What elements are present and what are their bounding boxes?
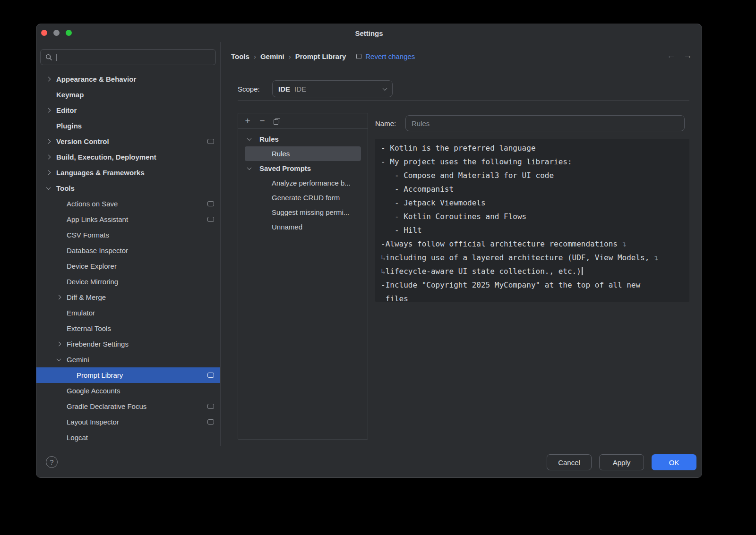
breadcrumb-prompt-library[interactable]: Prompt Library	[295, 52, 346, 60]
sidebar-item-tools[interactable]: Tools	[36, 180, 220, 196]
code-line: - Accompanist	[381, 182, 684, 196]
sidebar-item-logcat[interactable]: Logcat	[36, 430, 220, 445]
sidebar-item-gemini[interactable]: Gemini	[36, 352, 220, 367]
soft-wrap-icon: ↳	[381, 253, 386, 262]
sidebar-item-keymap[interactable]: Keymap	[36, 87, 220, 102]
chevron-right-icon[interactable]	[47, 171, 56, 174]
sidebar-item-label: Plugins	[56, 122, 82, 130]
screen-icon	[207, 419, 214, 425]
revert-changes-link[interactable]: Revert changes	[365, 52, 415, 60]
apply-button[interactable]: Apply	[599, 454, 644, 470]
code-line: ↳including use of a layered architecture…	[381, 251, 684, 264]
sidebar-item-app-links-assistant[interactable]: App Links Assistant	[36, 212, 220, 227]
sidebar-item-label: Editor	[56, 106, 77, 114]
sidebar-item-prompt-library[interactable]: Prompt Library	[36, 367, 220, 383]
sidebar-item-editor[interactable]: Editor	[36, 102, 220, 118]
remove-prompt-button[interactable]: −	[257, 116, 267, 126]
sidebar-item-csv-formats[interactable]: CSV Formats	[36, 227, 220, 243]
sidebar-item-label: Build, Execution, Deployment	[56, 153, 156, 161]
name-label: Name:	[375, 119, 405, 127]
sidebar-item-version-control[interactable]: Version Control	[36, 134, 220, 149]
back-arrow-button[interactable]: ←	[667, 51, 676, 61]
footer-buttons: Cancel Apply OK	[547, 454, 696, 470]
prompt-group-rules[interactable]: Rules	[238, 132, 368, 146]
sidebar-item-external-tools[interactable]: External Tools	[36, 321, 220, 336]
sidebar-item-firebender-settings[interactable]: Firebender Settings	[36, 336, 220, 352]
window-title: Settings	[36, 24, 702, 42]
sidebar-item-layout-inspector[interactable]: Layout Inspector	[36, 414, 220, 430]
sidebar-item-appearance-behavior[interactable]: Appearance & Behavior	[36, 71, 220, 87]
prompt-group-saved-prompts[interactable]: Saved Prompts	[238, 161, 368, 176]
chevron-right-icon[interactable]	[57, 342, 67, 346]
chevron-right-icon[interactable]	[47, 140, 56, 143]
prompt-item-generate-crud-form[interactable]: Generate CRUD form	[245, 190, 361, 205]
sidebar-item-languages-frameworks[interactable]: Languages & Frameworks	[36, 165, 220, 180]
sidebar-item-device-mirroring[interactable]: Device Mirroring	[36, 274, 220, 289]
chevron-right-icon[interactable]	[47, 109, 56, 112]
prompt-text-editor[interactable]: - Kotlin is the preferred language- My p…	[375, 139, 689, 302]
sidebar-item-diff-merge[interactable]: Diff & Merge	[36, 289, 220, 305]
chevron-right-icon[interactable]	[47, 77, 56, 81]
sidebar-item-label: Layout Inspector	[67, 418, 119, 426]
titlebar: Settings	[36, 24, 702, 42]
sidebar-item-gradle-declarative-focus[interactable]: Gradle Declarative Focus	[36, 399, 220, 414]
scope-dropdown[interactable]: IDE IDE	[272, 80, 393, 97]
prompt-list-toolbar: + −	[238, 113, 368, 129]
cancel-button[interactable]: Cancel	[547, 454, 592, 470]
breadcrumb-tools[interactable]: Tools	[231, 52, 249, 60]
sidebar-item-plugins[interactable]: Plugins	[36, 118, 220, 134]
prompt-item-analyze-performance-b[interactable]: Analyze performance b...	[245, 176, 361, 190]
add-prompt-button[interactable]: +	[242, 116, 253, 126]
code-line: - Jetpack Viewmodels	[381, 196, 684, 210]
chevron-down-icon[interactable]	[248, 167, 259, 170]
prompt-tree: RulesRulesSaved PromptsAnalyze performan…	[238, 129, 368, 234]
copy-prompt-button[interactable]	[272, 116, 282, 126]
screen-icon	[207, 139, 214, 144]
code-line: -Always follow official architecture rec…	[381, 237, 684, 251]
code-line: - Kotlin is the preferred language	[381, 141, 684, 155]
sidebar-item-label: Gemini	[67, 356, 89, 364]
sidebar-item-label: Gradle Declarative Focus	[67, 402, 146, 410]
copy-icon	[273, 117, 281, 125]
sidebar-item-label: Languages & Frameworks	[56, 169, 145, 177]
soft-wrap-icon: ↳	[381, 267, 386, 276]
code-line: -Include "Copyright 2025 MyCompany" at t…	[381, 278, 684, 292]
sidebar-item-actions-on-save[interactable]: Actions on Save	[36, 196, 220, 212]
sidebar-item-label: Emulator	[67, 309, 95, 317]
sidebar-item-label: Firebender Settings	[67, 340, 129, 348]
settings-window: Settings Appearance & BehaviorKeymapEdit…	[36, 24, 702, 478]
sidebar-item-label: Prompt Library	[77, 371, 123, 379]
prompt-item-unnamed[interactable]: Unnamed	[245, 220, 361, 234]
prompt-name-input[interactable]	[405, 115, 685, 131]
settings-search-input[interactable]	[40, 49, 216, 65]
sidebar-item-label: Tools	[56, 184, 75, 192]
ok-button[interactable]: OK	[652, 454, 696, 470]
footer-bar: ? Cancel Apply OK	[36, 446, 702, 477]
prompt-item-suggest-missing-permi[interactable]: Suggest missing permi...	[245, 205, 361, 220]
sidebar-item-database-inspector[interactable]: Database Inspector	[36, 243, 220, 258]
sidebar-item-build-execution-deployment[interactable]: Build, Execution, Deployment	[36, 149, 220, 165]
text-caret	[56, 54, 57, 61]
chevron-down-icon[interactable]	[248, 137, 259, 141]
chevron-right-icon[interactable]	[57, 296, 67, 299]
sidebar-item-emulator[interactable]: Emulator	[36, 305, 220, 321]
prompt-item-rules[interactable]: Rules	[245, 146, 361, 161]
sidebar-item-device-explorer[interactable]: Device Explorer	[36, 258, 220, 274]
prompt-item-label: Generate CRUD form	[272, 194, 340, 202]
prompt-group-label: Saved Prompts	[259, 164, 311, 172]
sidebar-item-label: Database Inspector	[67, 246, 128, 255]
prompt-list-panel: + − RulesRulesSaved PromptsAnalyze perfo…	[238, 113, 368, 440]
help-button[interactable]: ?	[46, 456, 58, 468]
revert-icon	[356, 54, 361, 59]
chevron-down-icon[interactable]	[47, 187, 56, 190]
chevron-right-icon[interactable]	[47, 155, 56, 159]
chevron-down-icon[interactable]	[57, 358, 67, 361]
breadcrumb-separator: ›	[289, 52, 291, 60]
screen-icon	[207, 201, 214, 206]
sidebar-item-label: Actions on Save	[67, 200, 118, 208]
sidebar-item-label: Appearance & Behavior	[56, 75, 136, 83]
forward-arrow-button[interactable]: →	[683, 51, 692, 61]
breadcrumb-gemini[interactable]: Gemini	[260, 52, 284, 60]
code-line: ↳lifecycle-aware UI state collection., e…	[381, 264, 684, 278]
sidebar-item-google-accounts[interactable]: Google Accounts	[36, 383, 220, 399]
